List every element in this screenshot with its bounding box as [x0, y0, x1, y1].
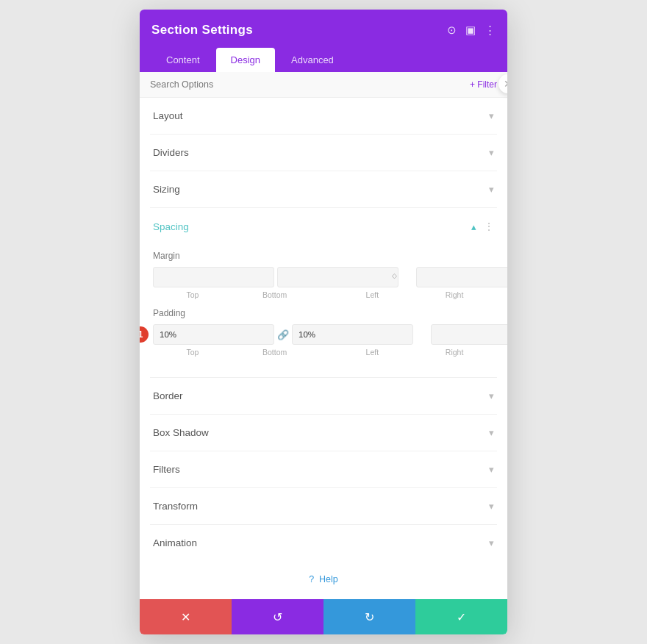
spacing-more-icon[interactable]: ⋮ — [484, 221, 494, 232]
layout-label: Layout — [153, 110, 183, 121]
padding-label: Padding — [153, 308, 494, 318]
accordion-border: Border ▾ — [150, 378, 497, 415]
accordion-dividers-header[interactable]: Dividers ▾ — [150, 135, 497, 171]
padding-left-input[interactable] — [431, 324, 507, 345]
filters-label: Filters — [153, 464, 180, 475]
accordion-spacing-right: ▴ ⋮ — [471, 221, 494, 232]
padding-left-right: ◇ — [431, 324, 507, 345]
accordion-box-shadow-header[interactable]: Box Shadow ▾ — [150, 415, 497, 451]
help-link[interactable]: ? Help — [309, 574, 338, 584]
margin-lr-labels: Left Right — [333, 290, 495, 299]
padding-bottom-label: Bottom — [235, 348, 315, 357]
accordion-animation-header[interactable]: Animation ▾ — [150, 525, 497, 561]
padding-top-bottom-row: 🔗 — [153, 324, 413, 345]
spacing-label: Spacing — [153, 221, 189, 232]
accordion-spacing: Spacing ▴ ⋮ Margin ◇ ◇ — [150, 208, 497, 378]
margin-label: Margin — [153, 251, 494, 261]
accordion-layout-header[interactable]: Layout ▾ — [150, 98, 497, 134]
accordion-layout: Layout ▾ — [150, 98, 497, 135]
animation-chevron: ▾ — [489, 537, 494, 548]
section-settings-panel: Section Settings ⊙ ▣ ⋮ Content Design Ad… — [140, 10, 507, 634]
padding-tb-labels: Top Bottom — [153, 348, 315, 357]
layout-chevron: ▾ — [489, 110, 494, 121]
margin-top-bottom: ◇ ◇ — [153, 267, 398, 287]
dividers-label: Dividers — [153, 147, 189, 158]
transform-chevron: ▾ — [489, 501, 494, 512]
search-bar: + Filter — [140, 72, 507, 98]
tab-advanced[interactable]: Advanced — [276, 48, 348, 72]
margin-left-label: Left — [333, 290, 412, 299]
filter-button[interactable]: + Filter — [470, 79, 497, 90]
accordion-filters-header[interactable]: Filters ▾ — [150, 451, 497, 487]
padding-bottom-input[interactable] — [292, 324, 413, 345]
sizing-chevron: ▾ — [489, 184, 494, 195]
reset-button[interactable]: ↺ — [232, 599, 324, 634]
search-input[interactable] — [150, 79, 470, 90]
padding-row-wrapper: 1 🔗 — [153, 324, 494, 345]
margin-left-input[interactable] — [416, 267, 507, 287]
transform-label: Transform — [153, 501, 198, 512]
redo-icon: ↻ — [365, 610, 374, 624]
padding-top-input[interactable] — [153, 324, 274, 345]
filters-chevron: ▾ — [489, 464, 494, 475]
margin-top-input[interactable] — [153, 267, 274, 287]
padding-inputs: 🔗 ◇ — [153, 324, 494, 345]
spacing-chevron: ▴ — [471, 221, 476, 232]
accordion-animation: Animation ▾ — [150, 525, 497, 561]
accordion-dividers: Dividers ▾ — [150, 135, 497, 171]
more-icon[interactable]: ⋮ — [485, 24, 496, 37]
tab-content[interactable]: Content — [151, 48, 215, 72]
margin-top-label: Top — [153, 290, 232, 299]
margin-bottom-label: Bottom — [235, 290, 315, 299]
padding-left-label: Left — [333, 348, 412, 357]
sections-list: Layout ▾ Dividers ▾ Sizing ▾ Spacing — [140, 98, 507, 561]
padding-link-icon[interactable]: 🔗 — [277, 329, 289, 340]
save-icon: ✓ — [457, 610, 466, 624]
padding-sublabels: Top Bottom Left Right — [153, 348, 494, 357]
help-icon: ? — [309, 574, 314, 584]
border-label: Border — [153, 390, 183, 401]
panel-header-icons: ⊙ ▣ ⋮ — [447, 24, 496, 37]
padding-right-label: Right — [415, 348, 494, 357]
margin-left-right: ◇ — [416, 267, 507, 287]
spacing-content: Margin ◇ ◇ — [150, 245, 497, 377]
tab-design[interactable]: Design — [216, 48, 275, 72]
margin-right-label: Right — [415, 290, 494, 299]
accordion-transform: Transform ▾ — [150, 488, 497, 525]
margin-sublabels: Top Bottom Left Right — [153, 290, 494, 299]
accordion-transform-header[interactable]: Transform ▾ — [150, 488, 497, 524]
redo-button[interactable]: ↻ — [324, 599, 415, 634]
cancel-icon: ✕ — [181, 610, 190, 624]
animation-label: Animation — [153, 537, 197, 548]
accordion-sizing: Sizing ▾ — [150, 171, 497, 208]
panel-header: Section Settings ⊙ ▣ ⋮ Content Design Ad… — [140, 10, 507, 72]
layout-icon[interactable]: ▣ — [465, 24, 476, 37]
box-shadow-label: Box Shadow — [153, 427, 209, 438]
help-label: Help — [319, 574, 338, 584]
tabs: Content Design Advanced — [151, 48, 496, 72]
padding-lr-labels: Left Right — [333, 348, 495, 357]
panel-title-row: Section Settings ⊙ ▣ ⋮ — [151, 23, 496, 37]
accordion-spacing-header[interactable]: Spacing ▴ ⋮ — [150, 208, 497, 245]
panel-title: Section Settings — [151, 23, 253, 37]
border-chevron: ▾ — [489, 390, 494, 401]
focus-icon[interactable]: ⊙ — [447, 24, 457, 37]
accordion-filters: Filters ▾ — [150, 451, 497, 488]
dividers-chevron: ▾ — [489, 147, 494, 158]
box-shadow-chevron: ▾ — [489, 427, 494, 438]
panel-footer: ✕ ↺ ↻ ✓ — [140, 599, 507, 634]
margin-bottom-responsive: ◇ — [392, 272, 397, 279]
sizing-label: Sizing — [153, 184, 180, 195]
accordion-box-shadow: Box Shadow ▾ — [150, 415, 497, 451]
step-badge: 1 — [140, 326, 149, 343]
margin-inputs: ◇ ◇ ◇ — [153, 267, 494, 287]
accordion-border-header[interactable]: Border ▾ — [150, 378, 497, 414]
margin-bottom-input[interactable] — [277, 267, 398, 287]
save-button[interactable]: ✓ — [415, 599, 507, 634]
help-row: ? Help — [140, 561, 507, 599]
accordion-sizing-header[interactable]: Sizing ▾ — [150, 171, 497, 207]
padding-top-label: Top — [153, 348, 232, 357]
cancel-button[interactable]: ✕ — [140, 599, 232, 634]
margin-tb-labels: Top Bottom — [153, 290, 315, 299]
accordion-layout-right: ▾ — [489, 110, 494, 121]
